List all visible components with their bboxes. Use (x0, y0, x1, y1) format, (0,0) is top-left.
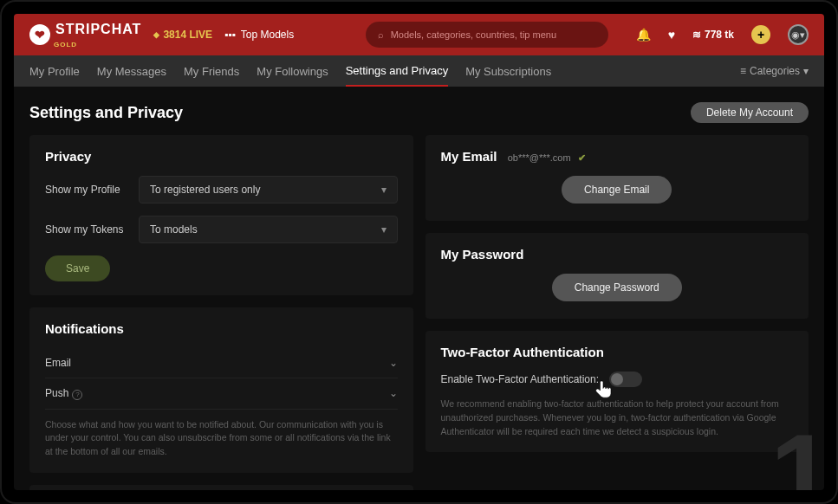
coins-icon: ≋ (692, 29, 701, 41)
chevron-down-icon: ⌄ (389, 357, 398, 369)
add-tokens-button[interactable]: + (751, 25, 770, 44)
change-password-button[interactable]: Change Password (552, 274, 682, 301)
tokens-visibility-select[interactable]: To models ▾ (139, 216, 398, 243)
live-count[interactable]: 3814 LIVE (153, 29, 212, 41)
tab-my-friends[interactable]: My Friends (184, 55, 239, 87)
verified-icon: ✔ (578, 152, 586, 163)
tfa-panel: Two-Factor Authentication Enable Two-Fac… (425, 331, 809, 452)
logo[interactable]: ❤ STRIPCHAT GOLD (29, 22, 141, 48)
top-header: ❤ STRIPCHAT GOLD 3814 LIVE ▪▪▪ Top Model… (14, 14, 824, 55)
tab-my-followings[interactable]: My Followings (257, 55, 328, 87)
top-models-link[interactable]: ▪▪▪ Top Models (224, 29, 294, 41)
tfa-toggle-label: Enable Two-Factor Authentication: (441, 373, 600, 385)
change-email-button[interactable]: Change Email (562, 176, 672, 204)
tab-my-profile[interactable]: My Profile (29, 55, 80, 87)
profile-visibility-label: Show my Profile (45, 184, 139, 196)
tfa-help: We recommend enabling two-factor authent… (441, 397, 794, 438)
categories-button[interactable]: ≡ Categories ▾ (740, 65, 809, 77)
token-balance[interactable]: ≋ 778 tk (692, 29, 734, 41)
email-masked: ob***@***.com (508, 152, 571, 163)
password-panel: My Password Change Password (425, 233, 809, 319)
tfa-toggle[interactable] (609, 372, 642, 387)
tab-my-messages[interactable]: My Messages (97, 55, 166, 87)
graph-icon: ▪▪▪ (224, 29, 236, 41)
chevron-down-icon: ▾ (803, 65, 809, 77)
toggle-knob (611, 373, 623, 385)
panel-title-email: My Email ob***@***.com ✔ (441, 149, 794, 164)
notifications-help: Choose what and how you want to be notif… (45, 418, 398, 459)
search-input[interactable]: ⌕ Models, categories, countries, tip men… (366, 22, 608, 48)
nav-tabs: My Profile My Messages My Friends My Fol… (14, 55, 824, 87)
tab-settings-privacy[interactable]: Settings and Privacy (346, 55, 449, 87)
notifications-email-row[interactable]: Email ⌄ (45, 348, 398, 378)
email-panel: My Email ob***@***.com ✔ Change Email (425, 135, 809, 221)
hamburger-icon: ≡ (740, 65, 746, 77)
panel-title-privacy: Privacy (45, 149, 398, 164)
avatar-menu[interactable]: ◉▾ (788, 24, 809, 45)
brand-text: STRIPCHAT (55, 22, 141, 36)
privacy-panel: Privacy Show my Profile To registered us… (29, 135, 413, 295)
chevron-down-icon: ⌄ (389, 387, 398, 399)
logo-bubble-icon: ❤ (29, 24, 50, 45)
panel-title-notifications: Notifications (45, 321, 398, 336)
panel-title-password: My Password (441, 247, 794, 262)
brand-sub: GOLD (54, 41, 141, 48)
search-icon: ⌕ (378, 29, 384, 40)
autorefill-panel: Auto-Refill Your account will refill aut… (29, 485, 413, 490)
tokens-visibility-label: Show my Tokens (45, 223, 139, 236)
notifications-panel: Notifications Email ⌄ Push? ⌄ Choose wha… (29, 307, 413, 473)
profile-visibility-select[interactable]: To registered users only ▾ (139, 176, 398, 204)
info-icon: ? (72, 390, 82, 400)
tab-my-subscriptions[interactable]: My Subscriptions (465, 55, 551, 87)
save-button[interactable]: Save (45, 255, 110, 281)
delete-account-button[interactable]: Delete My Account (691, 102, 809, 123)
bell-icon[interactable]: 🔔 (636, 28, 651, 42)
heart-icon[interactable]: ♥ (668, 28, 675, 42)
panel-title-tfa: Two-Factor Authentication (441, 345, 794, 359)
chevron-down-icon: ▾ (381, 223, 387, 236)
page-title: Settings and Privacy (29, 104, 183, 122)
chevron-down-icon: ▾ (381, 184, 387, 196)
notifications-push-row[interactable]: Push? ⌄ (45, 378, 398, 410)
